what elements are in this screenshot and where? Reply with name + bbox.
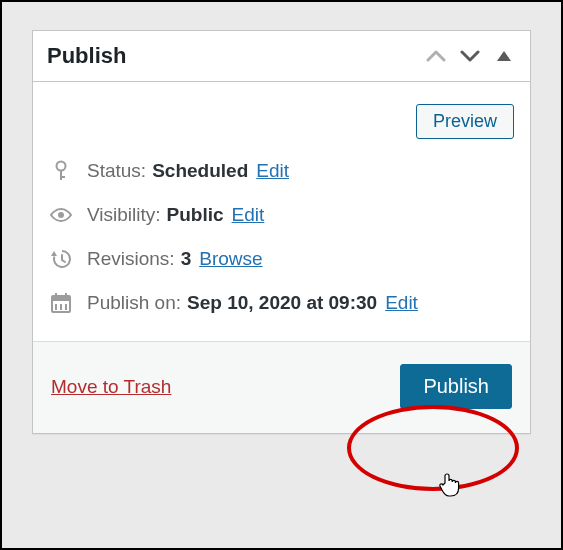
revisions-row: Revisions: 3 Browse (49, 247, 514, 271)
order-up-icon[interactable] (424, 45, 448, 67)
publish-metabox: Publish Preview Status: Scheduled Ed (32, 30, 531, 434)
svg-rect-2 (60, 170, 62, 180)
visibility-value: Public (167, 204, 224, 226)
revisions-browse-link[interactable]: Browse (199, 248, 262, 270)
status-label: Status: (87, 160, 146, 182)
eye-icon (49, 203, 73, 227)
metabox-title: Publish (47, 43, 414, 69)
metabox-header: Publish (33, 31, 530, 82)
history-icon (49, 247, 73, 271)
svg-point-1 (57, 162, 66, 171)
key-icon (49, 159, 73, 183)
svg-rect-11 (60, 304, 62, 310)
svg-rect-12 (65, 304, 67, 310)
revisions-value: 3 (181, 248, 192, 270)
visibility-label: Visibility: (87, 204, 161, 226)
screenshot-frame: Publish Preview Status: Scheduled Ed (0, 0, 563, 550)
svg-rect-9 (65, 293, 67, 298)
metabox-body: Preview Status: Scheduled Edit Visibilit… (33, 82, 530, 341)
visibility-edit-link[interactable]: Edit (232, 204, 265, 226)
status-edit-link[interactable]: Edit (256, 160, 289, 182)
status-row: Status: Scheduled Edit (49, 159, 514, 183)
publish-button[interactable]: Publish (400, 364, 512, 409)
order-down-icon[interactable] (458, 45, 482, 67)
svg-rect-3 (60, 176, 65, 178)
revisions-label: Revisions: (87, 248, 175, 270)
status-value: Scheduled (152, 160, 248, 182)
svg-marker-0 (497, 51, 511, 61)
svg-rect-10 (55, 304, 57, 310)
svg-rect-8 (55, 293, 57, 298)
schedule-edit-link[interactable]: Edit (385, 292, 418, 314)
preview-button[interactable]: Preview (416, 104, 514, 139)
calendar-icon (49, 291, 73, 315)
schedule-label: Publish on: (87, 292, 181, 314)
collapse-toggle-icon[interactable] (492, 45, 516, 67)
svg-point-4 (58, 212, 64, 218)
visibility-row: Visibility: Public Edit (49, 203, 514, 227)
schedule-value: Sep 10, 2020 at 09:30 (187, 292, 377, 314)
svg-rect-7 (52, 296, 70, 301)
svg-marker-5 (51, 251, 57, 256)
preview-row: Preview (49, 104, 514, 139)
schedule-row: Publish on: Sep 10, 2020 at 09:30 Edit (49, 291, 514, 315)
metabox-footer: Move to Trash Publish (33, 341, 530, 433)
move-to-trash-link[interactable]: Move to Trash (51, 376, 171, 398)
cursor-hand-icon (438, 471, 460, 497)
